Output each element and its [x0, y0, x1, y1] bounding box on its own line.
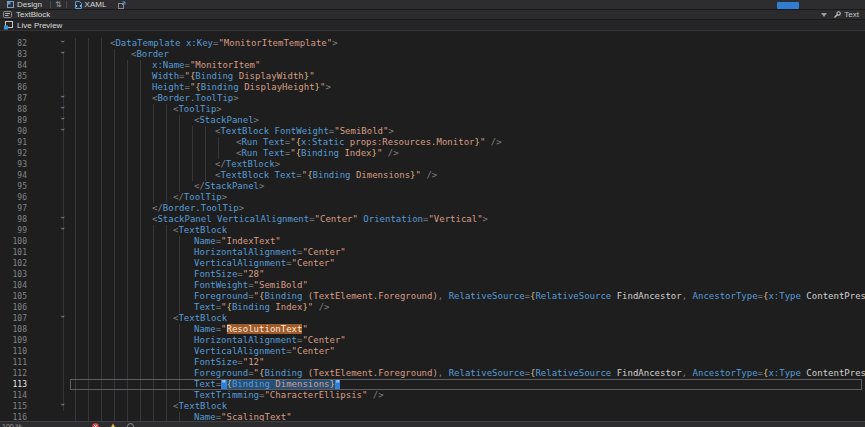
line-number: 89 [0, 115, 27, 126]
xaml-code-editor[interactable]: 82›<DataTemplate x:Key="MonitorItemTempl… [0, 31, 865, 421]
fold-chevron-icon[interactable]: › [57, 215, 68, 225]
code-line[interactable]: 82›<DataTemplate x:Key="MonitorItemTempl… [0, 38, 865, 49]
code-line[interactable]: 103FontSize="28" [0, 269, 865, 280]
fold-chevron-icon[interactable]: › [57, 127, 68, 137]
line-number: 106 [0, 302, 27, 313]
chevron-down-icon[interactable] [821, 13, 827, 17]
xaml-document-icon [75, 1, 82, 9]
code-line[interactable]: 86Height="{Binding DisplayHeight}"> [0, 82, 865, 93]
code-text: <Run Text="{Binding Index}" /> [236, 148, 399, 159]
fold-chevron-icon[interactable]: › [57, 402, 68, 412]
line-number: 114 [0, 390, 27, 401]
code-line[interactable]: 112Foreground="{Binding (TextElement.For… [0, 368, 865, 379]
code-line[interactable]: 100Name="IndexText" [0, 236, 865, 247]
code-line[interactable]: 109HorizontalAlignment="Center" [0, 335, 865, 346]
code-line[interactable]: 114TextTrimming="CharacterEllipsis" /> [0, 390, 865, 401]
code-text: HorizontalAlignment="Center" [194, 335, 346, 346]
line-number: 85 [0, 71, 27, 82]
code-line[interactable]: 88›<ToolTip> [0, 104, 865, 115]
fold-chevron-icon[interactable]: › [57, 116, 68, 126]
line-number: 92 [0, 148, 27, 159]
code-line[interactable]: 97</Border.ToolTip> [0, 203, 865, 214]
code-text: Name="ResolutionText" [194, 324, 308, 335]
code-line[interactable]: 107›<TextBlock [0, 313, 865, 324]
code-text: Height="{Binding DisplayHeight}"> [152, 82, 331, 93]
line-number: 113 [0, 379, 27, 390]
code-line[interactable]: 116Name="ScalingText" [0, 412, 865, 421]
code-text: Foreground="{Binding (TextElement.Foregr… [194, 291, 865, 302]
line-number: 110 [0, 346, 27, 357]
code-line[interactable]: 111FontSize="12" [0, 357, 865, 368]
tab-xaml-label: XAML [85, 0, 107, 9]
code-line[interactable]: 83›<Border [0, 49, 865, 60]
tab-xaml[interactable]: XAML [71, 0, 111, 9]
code-line[interactable]: 94<TextBlock Text="{Binding Dimensions}"… [0, 170, 865, 181]
popout-icon[interactable] [118, 1, 126, 9]
fold-chevron-icon[interactable]: › [57, 226, 68, 236]
fold-chevron-icon[interactable]: › [57, 94, 68, 104]
code-line[interactable]: 99›<TextBlock [0, 225, 865, 236]
code-text: <TextBlock FontWeight="SemiBold"> [215, 126, 394, 137]
fold-chevron-icon[interactable]: › [57, 105, 68, 115]
code-line[interactable]: 113Text="{Binding Dimensions}" [0, 379, 865, 390]
line-number: 103 [0, 269, 27, 280]
code-line[interactable]: 89›<StackPanel> [0, 115, 865, 126]
line-number: 104 [0, 280, 27, 291]
code-text: x:Name="MonitorItem" [152, 60, 260, 71]
info-icon [127, 423, 134, 427]
element-dropdown[interactable]: TextBlock [16, 10, 50, 19]
code-line[interactable]: 90›<TextBlock FontWeight="SemiBold"> [0, 126, 865, 137]
code-text: FontWeight="SemiBold" [194, 280, 308, 291]
line-number: 88 [0, 104, 27, 115]
live-preview-icon [4, 21, 13, 30]
code-line[interactable]: 87›<Border.ToolTip> [0, 93, 865, 104]
tab-design[interactable]: Design [3, 0, 46, 9]
line-number: 108 [0, 324, 27, 335]
fold-chevron-icon[interactable]: › [57, 50, 68, 60]
code-line[interactable]: 105Foreground="{Binding (TextElement.For… [0, 291, 865, 302]
navigation-bar: TextBlock Text [0, 10, 865, 20]
code-text: <Border [131, 49, 169, 60]
zoom-level[interactable]: 100 % [2, 423, 22, 427]
code-line[interactable]: 106Text="{Binding Index}" /> [0, 302, 865, 313]
swap-panes-icon[interactable]: ⇅ [55, 1, 62, 9]
line-number: 101 [0, 247, 27, 258]
code-line[interactable]: 98›<StackPanel VerticalAlignment="Center… [0, 214, 865, 225]
line-number: 112 [0, 368, 27, 379]
accent-button[interactable] [777, 2, 799, 9]
code-line[interactable]: 96</ToolTip> [0, 192, 865, 203]
tab-separator [50, 1, 51, 8]
code-text: TextTrimming="CharacterEllipsis" /> [194, 390, 384, 401]
code-line[interactable]: 108Name="ResolutionText" [0, 324, 865, 335]
code-line[interactable]: 91<Run Text="{x:Static props:Resources.M… [0, 137, 865, 148]
tab-separator [66, 1, 67, 8]
fold-chevron-icon[interactable]: › [57, 314, 68, 324]
message-indicator[interactable] [127, 423, 134, 427]
line-number: 91 [0, 137, 27, 148]
line-number: 96 [0, 192, 27, 203]
textblock-element-icon [3, 11, 12, 18]
line-number: 93 [0, 159, 27, 170]
code-line[interactable]: 93</TextBlock> [0, 159, 865, 170]
line-number: 84 [0, 60, 27, 71]
code-line[interactable]: 104FontWeight="SemiBold" [0, 280, 865, 291]
line-number: 95 [0, 181, 27, 192]
line-number: 107 [0, 313, 27, 324]
member-dropdown-label: Text [844, 10, 859, 19]
fold-chevron-icon[interactable]: › [57, 39, 68, 49]
code-line[interactable]: 101HorizontalAlignment="Center" [0, 247, 865, 258]
code-line[interactable]: 85Width="{Binding DisplayWidth}" [0, 71, 865, 82]
line-number: 90 [0, 126, 27, 137]
code-line[interactable]: 115›<TextBlock [0, 401, 865, 412]
code-line[interactable]: 110VerticalAlignment="Center" [0, 346, 865, 357]
code-line[interactable]: 95</StackPanel> [0, 181, 865, 192]
error-indicator[interactable] [92, 423, 99, 427]
code-line[interactable]: 92<Run Text="{Binding Index}" /> [0, 148, 865, 159]
code-line[interactable]: 102VerticalAlignment="Center" [0, 258, 865, 269]
warning-icon [109, 423, 117, 427]
warning-indicator[interactable] [109, 423, 117, 427]
member-dropdown[interactable]: Text [833, 10, 859, 19]
line-number: 87 [0, 93, 27, 104]
line-number: 116 [0, 412, 27, 421]
code-line[interactable]: 84x:Name="MonitorItem" [0, 60, 865, 71]
